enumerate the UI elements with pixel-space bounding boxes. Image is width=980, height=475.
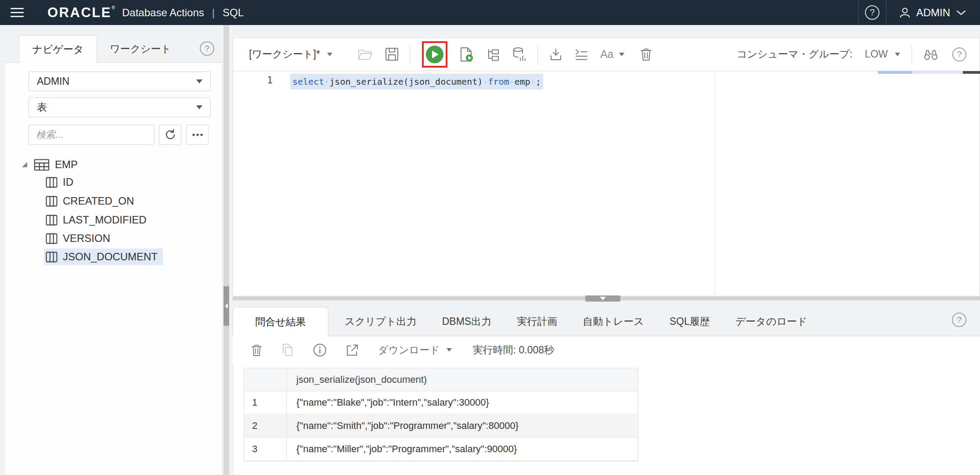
more-actions-button[interactable]	[186, 125, 209, 145]
collapse-down-icon	[600, 297, 606, 300]
row-value-cell[interactable]: {"name":"Blake","job":"Intern","salary":…	[287, 391, 638, 414]
print-margin-ruler	[715, 71, 715, 295]
search-input[interactable]	[29, 125, 155, 145]
hamburger-menu-icon[interactable]	[11, 8, 24, 17]
navigator-help-button[interactable]: ?	[200, 41, 214, 56]
line-number: 1	[251, 75, 273, 86]
sql-editor[interactable]: 1 selectjson_serialize(json_document)fro…	[233, 71, 980, 295]
format-sql-button[interactable]	[575, 48, 588, 61]
toolbar-divider	[537, 45, 538, 64]
tab-sql-history[interactable]: SQL履歴	[657, 315, 723, 328]
worksheet-help-button[interactable]: ?	[952, 47, 966, 61]
elapsed-time-label: 実行時間: 0.008秒	[473, 343, 554, 357]
tab-dbms-output[interactable]: DBMS出力	[429, 315, 504, 328]
open-in-new-button[interactable]	[346, 344, 359, 356]
download-editor-button[interactable]	[549, 48, 562, 61]
panel-collapse-handle[interactable]	[585, 295, 620, 302]
trash-icon	[251, 344, 262, 356]
clear-worksheet-button[interactable]	[640, 47, 652, 61]
table-row[interactable]: 1 {"name":"Blake","job":"Intern","salary…	[244, 391, 638, 414]
find-button[interactable]	[923, 48, 938, 61]
column-icon	[46, 215, 58, 226]
tab-data-load[interactable]: データのロード	[723, 315, 820, 328]
help-icon: ?	[200, 41, 214, 56]
tab-navigator-label: ナビゲータ	[32, 43, 83, 56]
tab-label: 実行計画	[517, 316, 557, 327]
help-button[interactable]: ?	[858, 0, 886, 25]
copy-icon	[281, 343, 294, 356]
result-info-button[interactable]	[313, 343, 327, 357]
tree-node-column-selected[interactable]: JSON_DOCUMENT	[44, 248, 163, 265]
object-type-select[interactable]: 表	[29, 97, 211, 117]
format-indent-icon	[575, 48, 588, 61]
editor-scrollbar-track[interactable]	[912, 71, 963, 74]
tree-expander-icon[interactable]	[21, 161, 29, 169]
table-row[interactable]: 3 {"name":"Miller","job":"Programmer","s…	[244, 438, 638, 461]
chevron-down-icon	[895, 53, 900, 56]
user-menu[interactable]: ADMIN	[886, 0, 980, 25]
consumer-group-select[interactable]: LOW	[853, 48, 900, 60]
tree-node-column[interactable]: LAST_MODIFIED	[46, 212, 147, 228]
row-value-cell[interactable]: {"name":"Miller","job":"Programmer","sal…	[287, 438, 638, 461]
download-results-dropdown[interactable]: ダウンロード	[378, 343, 452, 357]
tree-node-emp[interactable]: EMP	[21, 156, 78, 173]
copy-results-button[interactable]	[281, 343, 294, 356]
autotrace-icon	[512, 47, 526, 61]
worksheet-toolbar: [ワークシート]*	[233, 37, 980, 71]
autotrace-button[interactable]	[512, 47, 526, 61]
tree-node-label: JSON_DOCUMENT	[63, 251, 158, 263]
tab-label: スクリプト出力	[345, 316, 417, 327]
whitespace-dot	[509, 76, 515, 87]
row-value-cell[interactable]: {"name":"Smith","job":"Programmer","sala…	[287, 414, 638, 437]
tree-node-label: ID	[63, 176, 73, 188]
consumer-group-value: LOW	[865, 48, 888, 60]
trash-icon	[640, 47, 652, 61]
chevron-down-icon	[447, 348, 452, 352]
sidebar-collapse-handle[interactable]	[223, 286, 229, 326]
grid-column-header[interactable]: json_serialize(json_document)	[287, 368, 638, 391]
tree-node-column[interactable]: VERSION	[46, 230, 110, 247]
schema-select-value: ADMIN	[37, 76, 69, 87]
open-file-button[interactable]	[358, 48, 373, 61]
app-root: ORACLE® Database Actions | SQL ? ADMIN	[0, 0, 980, 475]
text-case-dropdown[interactable]: Aa	[600, 48, 625, 61]
object-type-select-value: 表	[37, 101, 47, 114]
play-icon	[432, 50, 439, 58]
tab-navigator[interactable]: ナビゲータ	[19, 35, 97, 63]
sql-statement-line[interactable]: selectjson_serialize(json_document)frome…	[290, 74, 543, 90]
tab-autotrace[interactable]: 自動トレース	[570, 315, 657, 328]
tab-query-result[interactable]: 問合せ結果	[233, 307, 328, 337]
tab-explain-plan[interactable]: 実行計画	[504, 315, 570, 328]
tab-label: SQL履歴	[670, 316, 710, 327]
editor-scrollbar-thumb[interactable]	[878, 71, 912, 74]
whitespace-dot	[530, 76, 536, 87]
schema-select[interactable]: ADMIN	[29, 72, 211, 91]
tree-node-column[interactable]: ID	[46, 174, 73, 191]
oracle-logo: ORACLE®	[47, 5, 115, 21]
tab-script-output[interactable]: スクリプト出力	[332, 315, 429, 328]
column-icon	[46, 252, 58, 263]
whitespace-dot	[324, 76, 329, 87]
clear-results-button[interactable]	[251, 344, 262, 356]
explain-plan-button[interactable]	[486, 48, 500, 61]
column-icon	[46, 233, 58, 244]
title-separator: |	[212, 7, 215, 19]
app-title: Database Actions	[122, 7, 204, 19]
tab-label: データのロード	[735, 316, 807, 327]
user-icon	[899, 7, 911, 19]
top-bar: ORACLE® Database Actions | SQL ? ADMIN	[0, 0, 980, 25]
tab-worksheet[interactable]: ワークシート	[110, 35, 171, 63]
run-statement-button[interactable]	[426, 46, 443, 63]
results-toolbar: ダウンロード 実行時間: 0.008秒	[233, 336, 979, 363]
sidebar-splitter-track[interactable]	[223, 25, 229, 475]
results-help-button[interactable]: ?	[952, 313, 966, 327]
tree-node-column[interactable]: CREATED_ON	[46, 193, 134, 209]
table-row[interactable]: 2 {"name":"Smith","job":"Programmer","sa…	[244, 414, 638, 438]
refresh-button[interactable]	[159, 125, 181, 145]
chevron-down-icon	[327, 53, 332, 56]
grid-corner-cell[interactable]	[244, 368, 287, 391]
worksheet-title-dropdown[interactable]: [ワークシート]*	[249, 47, 332, 61]
run-script-button[interactable]	[460, 47, 474, 62]
save-icon	[385, 47, 399, 61]
save-button[interactable]	[385, 47, 399, 61]
